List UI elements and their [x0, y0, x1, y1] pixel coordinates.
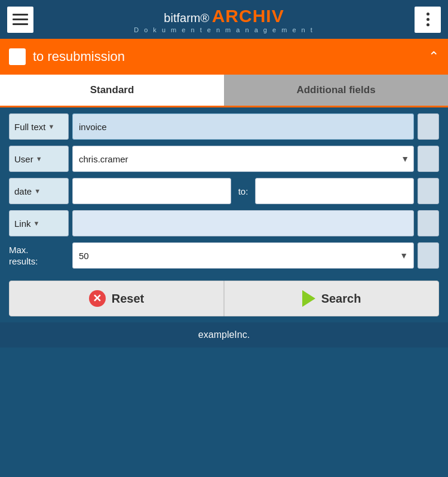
- app-subtitle: D o k u m e n t e n m a n a g e m e n t: [33, 26, 415, 33]
- hamburger-line-3: [13, 23, 28, 25]
- date-row: date ▼ to:: [9, 178, 439, 204]
- fulltext-row: Full text ▼: [9, 113, 439, 140]
- dot-3: [426, 23, 429, 26]
- section-checkbox[interactable]: [9, 48, 26, 65]
- section-header-bar: to resubmission ⌃: [0, 39, 448, 75]
- max-results-label: Max.results:: [9, 244, 69, 267]
- user-label-button[interactable]: User ▼: [9, 146, 69, 172]
- app-header: bitfarm® ARCHIV D o k u m e n t e n m a …: [0, 0, 448, 39]
- tab-bar: Standard Additional fields: [0, 75, 448, 107]
- action-buttons-row: ✕ Reset Search: [9, 281, 439, 316]
- max-results-select[interactable]: 10 25 50 100 200: [72, 242, 414, 269]
- link-input[interactable]: [72, 210, 414, 236]
- date-dropdown-icon: ▼: [34, 187, 41, 195]
- collapse-chevron-icon[interactable]: ⌃: [428, 49, 439, 64]
- dot-1: [426, 13, 429, 16]
- search-form: Full text ▼ User ▼ ▼ date ▼ to: Link ▼: [0, 107, 448, 322]
- link-label-text: Link: [14, 219, 31, 229]
- tab-standard[interactable]: Standard: [0, 75, 224, 106]
- link-label-button[interactable]: Link ▼: [9, 210, 69, 236]
- fulltext-label-button[interactable]: Full text ▼: [9, 113, 69, 140]
- section-title: to resubmission: [33, 49, 125, 64]
- user-clear-button[interactable]: [418, 146, 439, 172]
- fulltext-label-text: Full text: [14, 122, 46, 132]
- app-footer: exampleInc.: [0, 322, 448, 347]
- date-label-text: date: [14, 186, 32, 196]
- tab-additional-fields[interactable]: Additional fields: [224, 75, 448, 106]
- reset-icon: ✕: [89, 290, 106, 307]
- search-play-icon: [302, 290, 315, 307]
- archiv-text: ARCHIV: [212, 6, 284, 26]
- date-from-input[interactable]: [72, 178, 231, 204]
- fulltext-clear-button[interactable]: [418, 113, 439, 140]
- search-label: Search: [321, 292, 361, 306]
- options-menu-button[interactable]: [415, 7, 441, 33]
- bitfarm-text: bitfarm®: [164, 11, 209, 24]
- max-results-clear-button[interactable]: [418, 242, 439, 269]
- hamburger-line-1: [13, 14, 28, 16]
- search-button[interactable]: Search: [224, 281, 439, 316]
- fulltext-dropdown-icon: ▼: [48, 123, 55, 130]
- reset-label: Reset: [112, 292, 144, 306]
- hamburger-line-2: [13, 19, 28, 20]
- max-results-select-wrapper: 10 25 50 100 200 ▼: [72, 242, 414, 269]
- dot-2: [426, 18, 429, 21]
- user-dropdown-icon: ▼: [36, 155, 42, 162]
- link-dropdown-icon: ▼: [33, 220, 40, 227]
- fulltext-input[interactable]: [72, 113, 414, 140]
- max-results-row: Max.results: 10 25 50 100 200 ▼: [9, 242, 439, 269]
- link-row: Link ▼: [9, 210, 439, 236]
- brand-name: bitfarm® ARCHIV: [33, 6, 415, 26]
- app-logo: bitfarm® ARCHIV D o k u m e n t e n m a …: [33, 6, 415, 33]
- date-label-button[interactable]: date ▼: [9, 178, 69, 204]
- date-to-label: to:: [235, 186, 252, 196]
- user-input[interactable]: [72, 146, 414, 172]
- user-row: User ▼ ▼: [9, 146, 439, 172]
- company-name: exampleInc.: [198, 330, 250, 340]
- date-to-input[interactable]: [255, 178, 414, 204]
- reset-button[interactable]: ✕ Reset: [9, 281, 224, 316]
- section-header-left: to resubmission: [9, 48, 125, 65]
- date-clear-button[interactable]: [418, 178, 439, 204]
- user-input-wrapper: ▼: [72, 146, 414, 172]
- user-label-text: User: [14, 154, 33, 164]
- hamburger-menu-button[interactable]: [7, 7, 33, 33]
- link-clear-button[interactable]: [418, 210, 439, 236]
